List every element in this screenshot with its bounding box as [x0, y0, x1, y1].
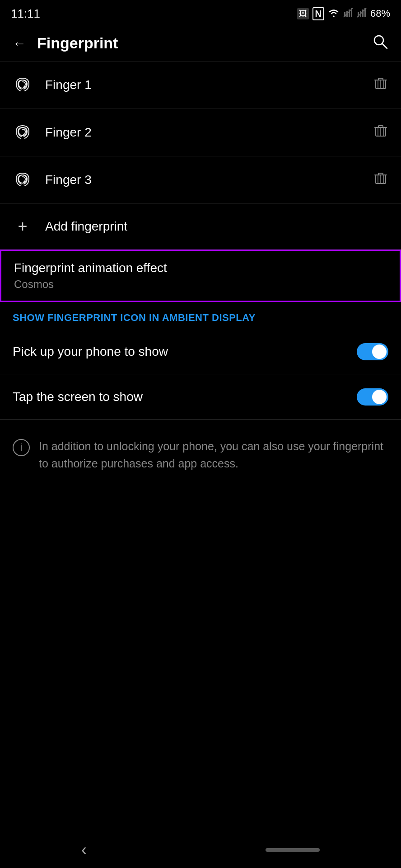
finger-2-item[interactable]: Finger 2 [0, 109, 401, 156]
back-nav-button[interactable]: ‹ [81, 840, 87, 859]
back-button[interactable]: ← [13, 36, 26, 51]
bottom-nav: ‹ [0, 832, 401, 868]
pick-up-toggle[interactable] [357, 343, 388, 360]
home-bar[interactable] [266, 848, 320, 852]
fingerprint-1-icon [13, 74, 33, 96]
signal2-icon [357, 8, 367, 20]
svg-point-10 [374, 36, 383, 45]
nfc-icon: N [312, 7, 324, 20]
animation-effect-subtitle: Cosmos [14, 278, 387, 291]
add-fingerprint-label: Add fingerprint [45, 219, 388, 234]
header-left: ← Fingerprint [13, 34, 118, 52]
battery-percent: 68% [370, 8, 390, 19]
signal1-icon [343, 8, 353, 20]
wifi-icon [328, 8, 340, 19]
pick-up-label: Pick up your phone to show [13, 344, 357, 359]
tap-screen-label: Tap the screen to show [13, 390, 357, 404]
status-icons: 🖼 N [297, 7, 391, 20]
info-text: In addition to unlocking your phone, you… [39, 438, 388, 472]
search-button[interactable] [372, 33, 388, 53]
finger-3-item[interactable]: Finger 3 [0, 156, 401, 204]
finger-2-label: Finger 2 [45, 125, 373, 140]
tap-screen-toggle-item[interactable]: Tap the screen to show [0, 374, 401, 420]
divider [0, 420, 401, 420]
finger-1-item[interactable]: Finger 1 [0, 61, 401, 109]
status-bar: 11:11 🖼 N [0, 0, 401, 25]
add-fingerprint-item[interactable]: + Add fingerprint [0, 204, 401, 250]
finger-1-label: Finger 1 [45, 78, 373, 92]
status-time: 11:11 [11, 7, 40, 21]
delete-finger-3-button[interactable] [373, 171, 388, 189]
fingerprint-animation-effect-item[interactable]: Fingerprint animation effect Cosmos [0, 250, 401, 302]
fingerprint-3-icon [13, 169, 33, 191]
pick-up-toggle-item[interactable]: Pick up your phone to show [0, 329, 401, 374]
finger-3-label: Finger 3 [45, 173, 373, 187]
page-header: ← Fingerprint [0, 25, 401, 61]
plus-icon: + [13, 217, 33, 236]
info-row: i In addition to unlocking your phone, y… [0, 425, 401, 486]
fingerprint-2-icon [13, 122, 33, 143]
animation-effect-title: Fingerprint animation effect [14, 261, 387, 275]
delete-finger-2-button[interactable] [373, 123, 388, 142]
svg-line-11 [382, 44, 387, 48]
page-title: Fingerprint [37, 34, 118, 52]
tap-screen-toggle[interactable] [357, 388, 388, 406]
gallery-icon: 🖼 [297, 8, 309, 19]
info-icon: i [13, 439, 30, 456]
ambient-display-section-header: SHOW FINGERPRINT ICON IN AMBIENT DISPLAY [0, 302, 401, 329]
delete-finger-1-button[interactable] [373, 76, 388, 94]
